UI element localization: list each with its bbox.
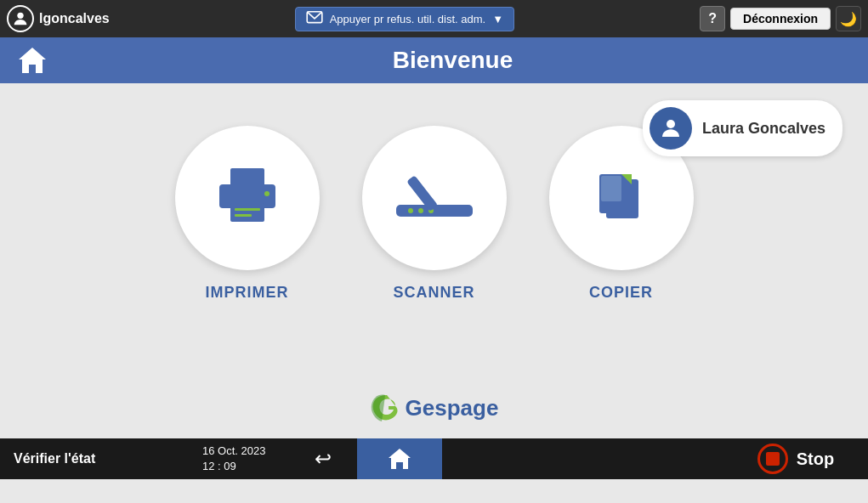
print-label: IMPRIMER xyxy=(206,284,289,302)
home-icon[interactable] xyxy=(14,42,51,79)
help-label: ? xyxy=(708,11,717,26)
page-title: Bienvenue xyxy=(51,47,854,74)
copy-label: COPIER xyxy=(589,284,653,302)
user-info: lgoncalves xyxy=(7,5,110,32)
top-bar-center: Appuyer pr refus. util. dist. adm. ▼ xyxy=(116,7,693,31)
svg-rect-7 xyxy=(230,203,264,222)
back-arrow-icon: ↩ xyxy=(315,447,332,471)
print-action[interactable]: IMPRIMER xyxy=(175,126,320,302)
time-label: 12 : 09 xyxy=(202,459,289,474)
user-avatar-icon xyxy=(7,5,34,32)
svg-point-10 xyxy=(264,191,269,196)
gespage-text: Gespage xyxy=(406,395,499,421)
notification-button[interactable]: Appuyer pr refus. util. dist. adm. ▼ xyxy=(295,7,514,31)
stop-icon xyxy=(757,444,788,474)
home-icon-bottom xyxy=(388,448,411,470)
bottom-bar: Vérifier l'état 16 Oct. 2023 12 : 09 ↩ S… xyxy=(0,438,868,479)
help-button[interactable]: ? xyxy=(700,6,725,31)
scan-label: SCANNER xyxy=(393,284,474,302)
back-button[interactable]: ↩ xyxy=(289,447,357,471)
user-full-name: Laura Goncalves xyxy=(702,120,825,138)
svg-rect-8 xyxy=(235,208,260,211)
stop-square xyxy=(766,452,780,466)
svg-rect-9 xyxy=(235,214,252,217)
date-label: 16 Oct. 2023 xyxy=(202,444,289,459)
svg-point-12 xyxy=(408,208,413,213)
notification-text: Appuyer pr refus. util. dist. adm. xyxy=(330,13,486,25)
svg-marker-2 xyxy=(19,48,46,73)
notification-icon xyxy=(306,11,323,27)
status-label: Vérifier l'état xyxy=(0,451,196,466)
print-circle xyxy=(175,126,320,270)
username-label: lgoncalves xyxy=(39,11,110,26)
scan-circle xyxy=(362,126,507,270)
svg-point-13 xyxy=(418,208,423,213)
svg-rect-19 xyxy=(601,176,621,201)
svg-point-0 xyxy=(17,13,23,19)
header-bar: Bienvenue xyxy=(0,37,868,83)
action-row: IMPRIMER SCANNER xyxy=(175,126,694,302)
main-content: Laura Goncalves IMPR xyxy=(0,83,868,438)
svg-point-4 xyxy=(667,120,675,128)
scan-action[interactable]: SCANNER xyxy=(362,126,507,302)
top-bar-right: ? Déconnexion 🌙 xyxy=(700,6,861,31)
night-mode-button[interactable]: 🌙 xyxy=(836,6,861,31)
user-profile-card: Laura Goncalves xyxy=(643,100,842,156)
datetime-display: 16 Oct. 2023 12 : 09 xyxy=(196,444,289,474)
stop-area[interactable]: Stop xyxy=(723,444,868,474)
logout-button[interactable]: Déconnexion xyxy=(730,8,831,30)
svg-rect-5 xyxy=(230,168,264,187)
stop-label: Stop xyxy=(797,449,834,469)
gespage-logo: Gespage xyxy=(370,391,499,425)
bottom-home-button[interactable] xyxy=(357,438,442,479)
dropdown-arrow-icon: ▼ xyxy=(492,13,503,25)
svg-marker-20 xyxy=(389,449,411,469)
user-avatar-large xyxy=(650,107,692,150)
top-bar: lgoncalves Appuyer pr refus. util. dist.… xyxy=(0,0,868,37)
night-icon: 🌙 xyxy=(840,11,857,27)
